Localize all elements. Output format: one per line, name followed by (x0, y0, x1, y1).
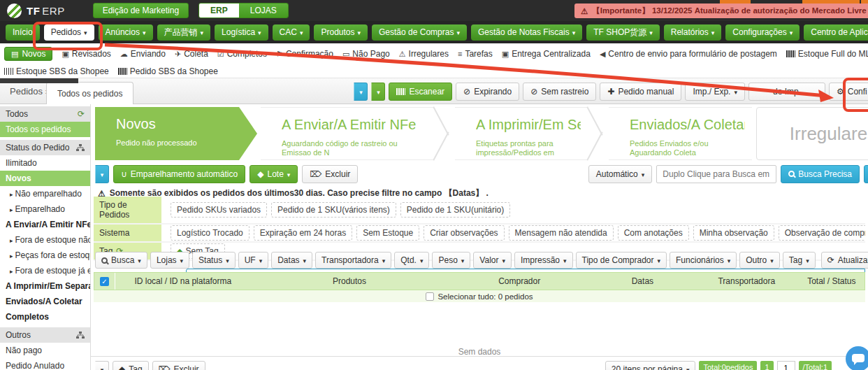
sidebar-item-nao-pago[interactable]: Não pago (0, 343, 90, 358)
quicknav-tarefas[interactable]: ≡Tarefas (458, 49, 493, 59)
quicknav-confirmacao[interactable]: ⚑Confirmação (276, 49, 333, 59)
chip-com-anotacoes[interactable]: Com anotações (618, 225, 689, 241)
menu-gestao-compras[interactable]: Gestão de Compras (372, 24, 467, 41)
chip-mensagem-nao-atendida[interactable]: Mensagem não atendida (509, 225, 614, 241)
sidebar-item-pecas-fora-de-estoque[interactable]: ▸Peças fora de estoque (0, 248, 90, 263)
pipeline-card-a-enviar[interactable]: A Enviar/A Emitir NFe Aguardando código … (261, 107, 434, 160)
config-button[interactable]: ⚙Confi (829, 83, 868, 101)
sidebar-item-fora-de-estoque-ja[interactable]: ▸Fora de estoque já en (0, 263, 90, 278)
dropdown-datas[interactable]: Datas (271, 252, 312, 269)
dropdown-impressao[interactable]: Impressão (514, 252, 573, 269)
pipeline-card-irregulares[interactable]: Irregulares (756, 107, 868, 160)
dropdown-status[interactable]: Status (192, 252, 236, 269)
quicknav-novos-button[interactable]: ▤Novos (4, 47, 52, 61)
edition-button[interactable]: Edição de Marketing (93, 3, 189, 18)
app-logo[interactable]: TFERP (7, 3, 65, 18)
quicknav-entrega-centralizada[interactable]: ▣Entrega Centralizada (502, 49, 591, 59)
search-mode-dropdown[interactable]: Automático (588, 165, 653, 183)
sidebar-item-novos[interactable]: Novos (0, 171, 90, 186)
quicknav-coleta[interactable]: ✈Coleta (175, 49, 208, 59)
quicknav-estoque-full-ml[interactable]: Estoque Full do ML (786, 49, 868, 59)
dropdown-tag[interactable]: Tag (783, 252, 816, 269)
chip-criar-observacoes[interactable]: Criar observações (424, 225, 504, 241)
clipped-button[interactable] (864, 165, 868, 183)
sidebar-item-fora-de-estoque-nao[interactable]: ▸Fora de estoque não e (0, 232, 90, 248)
chip-expiracao-24h[interactable]: Expiração em 24 horas (254, 225, 352, 241)
toggle-lojas[interactable]: LOJAS (239, 3, 288, 17)
dropdown-tipo-comprador[interactable]: Tipo de Comprador (576, 252, 667, 269)
sidebar-item-pedido-anulado[interactable]: Pedido Anulado (0, 358, 90, 370)
tab-todos-os-pedidos[interactable]: Todos os pedidos (46, 82, 133, 104)
menu-produtos[interactable]: Produtos (314, 24, 368, 41)
sidebar-item-ilimitado[interactable]: Ilimitado (0, 155, 90, 171)
import-export-button[interactable]: Imp./ Exp. (685, 83, 745, 101)
select-all-checkbox[interactable] (426, 292, 434, 301)
print-models-button[interactable]: de Imp. (748, 83, 825, 101)
dropdown-lojas[interactable]: Lojas (150, 252, 189, 269)
menu-logistica[interactable]: Logística (215, 24, 268, 41)
quicknav-completos[interactable]: ☑Completos (217, 49, 267, 59)
pipeline-card-novos[interactable]: Novos Pedido não processado (95, 107, 257, 160)
dropdown-transportadora[interactable]: Transportadora (315, 252, 391, 269)
dropdown-outro[interactable]: Outro (739, 252, 780, 269)
menu-marketing[interactable]: 产品营销 (157, 24, 211, 41)
sidebar-item-a-enviar-a-emitir-nfe[interactable]: A Enviar/A Emitir NFe (0, 217, 90, 232)
footer-delete-button[interactable]: ⌦Excluir (152, 361, 205, 370)
precise-search-button[interactable]: Busca Precisa (781, 165, 860, 183)
no-tracking-button[interactable]: ⊘Sem rastreio (523, 83, 596, 101)
dropdown-busca[interactable]: Busca (95, 252, 147, 269)
page-number-input[interactable] (777, 361, 795, 370)
menu-cac[interactable]: CAC (273, 24, 310, 41)
scan-button[interactable]: Escanear (389, 83, 452, 101)
chip-logistico-trocado[interactable]: Logístico Trocado (171, 225, 249, 241)
sync-dropdown[interactable] (354, 83, 368, 101)
manual-order-button[interactable]: ✚Pedido manual (600, 83, 681, 101)
sidebar-header-outros[interactable]: Outros (0, 327, 90, 343)
dropdown-peso[interactable]: Peso (432, 252, 470, 269)
breadcrumb[interactable]: Pedidos (10, 86, 48, 97)
refresh-icon[interactable]: ⟳ (78, 109, 85, 119)
quicknav-pedido-sbs-shopee[interactable]: Pedido SBS da Shopee (118, 66, 218, 76)
auto-pair-button[interactable]: ∪Emparelhamento automático (113, 165, 245, 183)
quicknav-centro-envio[interactable]: ◀Centro de envio para formulário de post… (600, 49, 777, 59)
chip-observacao-comprador[interactable]: Observação de comprador (779, 225, 865, 241)
chip-pedido-1-sku-varios[interactable]: Pedido de 1 SKU(vários itens) (271, 202, 396, 218)
quicknav-irregulares[interactable]: ⚠Irregulares (399, 49, 449, 59)
chat-button[interactable] (846, 346, 868, 370)
sidebar-header-status-do-pedido[interactable]: Status do Pedido (0, 140, 90, 155)
menu-relatorios[interactable]: Relatórios (664, 24, 722, 41)
pipeline-card-a-imprimir[interactable]: A Imprimir/Em Separação Etiquetas pronta… (455, 107, 588, 160)
quicknav-revisados[interactable]: ▣Revisados (62, 49, 110, 59)
mass-search-input[interactable] (656, 165, 776, 183)
batch-button[interactable]: ◆Lote (249, 165, 298, 183)
menu-anuncios[interactable]: Anúncios (99, 24, 153, 41)
dropdown-valor[interactable]: Valor (473, 252, 512, 269)
menu-tfshop[interactable]: TF SHOP货源 (586, 24, 660, 41)
reverse-select-dropdown[interactable] (95, 361, 109, 370)
per-page-dropdown[interactable]: 20 itens por página (605, 361, 696, 370)
chip-pedido-1-sku-unitario[interactable]: Pedido de 1 SKU(unitário) (400, 202, 510, 218)
menu-gestao-notas[interactable]: Gestão de Notas Fiscais (471, 24, 582, 41)
review-dropdown[interactable] (95, 165, 109, 183)
sidebar-item-emparelhado[interactable]: ▸Emparelhado (0, 201, 90, 217)
menu-centro-aplicacao[interactable]: Centro de Aplicação (804, 24, 868, 41)
sidebar-header-todos[interactable]: Todos⟳ (0, 106, 90, 122)
footer-tag-button[interactable]: ◆Tag (113, 361, 149, 370)
toggle-erp[interactable]: ERP (199, 3, 239, 17)
sidebar-item-nao-emparelhado[interactable]: ▸Não emparelhado (0, 186, 90, 201)
sidebar-item-enviados-a-coletar[interactable]: Enviados/A Coletar (0, 294, 90, 309)
refresh-button[interactable]: ⟳Atualizar (821, 252, 868, 269)
pipeline-card-enviados[interactable]: Enviados/A Coletar Pedidos Enviados e/ou… (609, 107, 752, 160)
chip-pedido-skus-variados[interactable]: Pedido SKUs variados (171, 202, 267, 218)
quicknav-nao-pago[interactable]: ▭Não Pago (342, 49, 390, 59)
header-checkbox[interactable] (100, 277, 109, 286)
menu-configuracoes[interactable]: Configurações (725, 24, 800, 41)
sidebar-item-todos-os-pedidos[interactable]: Todos os pedidos (0, 122, 90, 137)
current-page-badge[interactable]: 1 (760, 361, 773, 370)
dropdown-qtd[interactable]: Qtd. (394, 252, 429, 269)
quicknav-estoque-sbs-shopee[interactable]: Estoque SBS da Shopee (4, 66, 109, 76)
dropdown-funcionarios[interactable]: Funcionários (670, 252, 737, 269)
important-alert-banner[interactable]: ⚠ 【Importante】 13/12/2025 Atualização de… (574, 3, 868, 18)
expiring-button[interactable]: ⊘Expirando (456, 83, 519, 101)
chip-sem-estoque[interactable]: Sem Estoque (356, 225, 419, 241)
